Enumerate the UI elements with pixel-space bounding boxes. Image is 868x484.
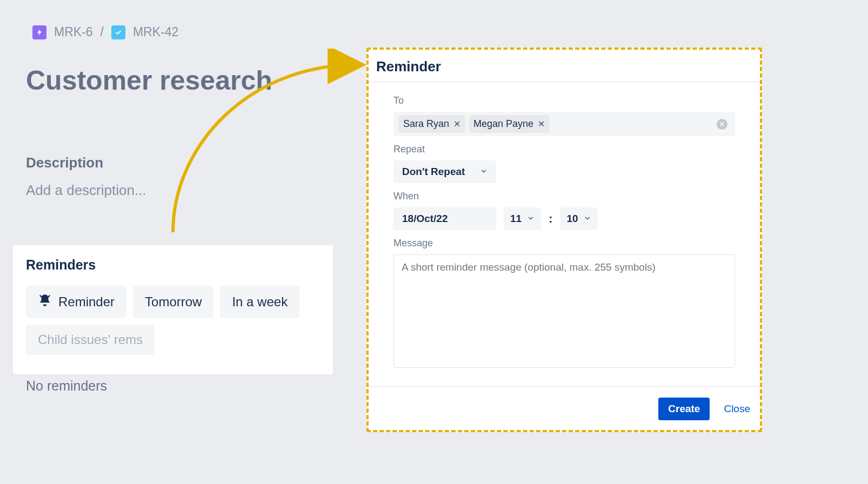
repeat-select[interactable]: Don't Repeat: [393, 160, 496, 183]
recipient-tag: Megan Payne ✕: [469, 115, 549, 133]
chevron-down-icon: [480, 166, 488, 178]
remove-recipient-icon[interactable]: ✕: [453, 119, 460, 129]
modal-title: Reminder: [369, 50, 760, 82]
task-icon: [111, 25, 125, 39]
time-colon: :: [549, 212, 552, 226]
reminder-button[interactable]: Reminder: [26, 286, 126, 318]
close-button[interactable]: Close: [724, 403, 750, 415]
reminder-button-label: Reminder: [58, 294, 115, 310]
description-placeholder[interactable]: Add a description...: [26, 182, 146, 199]
reminder-modal: Reminder To Sara Ryan ✕ Megan Payne ✕ ✕ …: [366, 48, 762, 432]
chevron-down-icon: [527, 213, 535, 225]
create-button[interactable]: Create: [658, 398, 710, 420]
when-label: When: [393, 191, 735, 202]
reminders-title: Reminders: [26, 257, 320, 273]
minute-select[interactable]: 10: [560, 207, 597, 230]
recipient-tag: Sara Ryan ✕: [399, 115, 465, 133]
clear-all-icon[interactable]: ✕: [717, 119, 727, 130]
message-label: Message: [393, 238, 735, 249]
recipient-name: Sara Ryan: [403, 118, 449, 130]
chevron-down-icon: [584, 213, 591, 225]
message-textarea[interactable]: [393, 254, 735, 368]
repeat-value: Don't Repeat: [402, 166, 465, 178]
reminders-card: Reminders Reminder Tomorrow In a week Ch…: [13, 245, 333, 374]
hour-value: 11: [510, 213, 522, 225]
hour-select[interactable]: 11: [504, 207, 541, 230]
tomorrow-button[interactable]: Tomorrow: [133, 286, 213, 318]
recipient-name: Megan Payne: [473, 118, 533, 130]
remove-recipient-icon[interactable]: ✕: [538, 119, 545, 129]
breadcrumb-separator: /: [101, 25, 104, 39]
epic-icon: [32, 25, 46, 39]
description-label: Description: [26, 154, 146, 171]
breadcrumb-child[interactable]: MRK-42: [133, 25, 178, 39]
minute-value: 10: [566, 213, 578, 225]
bell-icon: [38, 293, 52, 311]
to-label: To: [393, 95, 735, 106]
no-reminders-text: No reminders: [26, 378, 107, 394]
date-input[interactable]: 18/Oct/22: [393, 207, 496, 230]
breadcrumb-parent[interactable]: MRK-6: [54, 25, 93, 39]
repeat-label: Repeat: [393, 144, 735, 155]
to-field[interactable]: Sara Ryan ✕ Megan Payne ✕ ✕: [393, 112, 735, 136]
page-title: Customer research: [26, 65, 272, 96]
breadcrumb: MRK-6 / MRK-42: [32, 25, 178, 39]
child-issues-button[interactable]: Child issues' rems: [26, 325, 155, 355]
description-section: Description Add a description...: [26, 154, 146, 199]
in-a-week-button[interactable]: In a week: [220, 286, 299, 318]
